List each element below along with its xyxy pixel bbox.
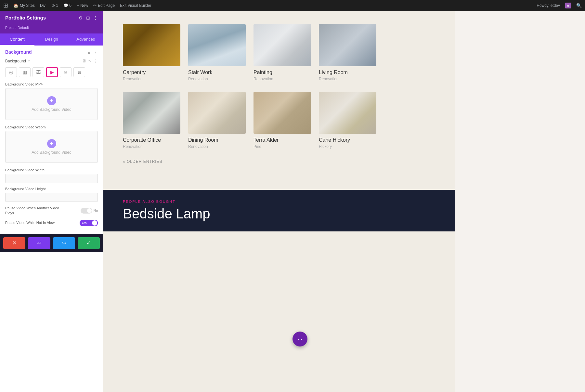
bg-type-image[interactable]: 🖼 xyxy=(32,67,44,77)
toggle-switch-off[interactable] xyxy=(81,208,92,214)
exit-visual-builder-link[interactable]: Exit Visual Builder xyxy=(120,3,151,8)
right-sidebar xyxy=(455,11,585,392)
divi-link[interactable]: Divi xyxy=(40,3,46,8)
comments-link[interactable]: 💬 0 xyxy=(63,3,72,8)
bottom-action-bar: ✕ ↩ ↪ ✓ xyxy=(0,234,103,252)
content-area: Carpentry Renovation Stair Work Renovati… xyxy=(103,11,455,392)
bg-type-buttons: ◎ ▦ 🖼 ▶ ✉ ⧄ xyxy=(5,67,98,77)
add-icon-webm: + xyxy=(47,139,56,148)
width-input[interactable] xyxy=(5,174,98,183)
grid-row-1: Carpentry Renovation Stair Work Renovati… xyxy=(123,24,376,81)
webm-upload-area[interactable]: + Add Background Video xyxy=(5,131,98,163)
tab-content[interactable]: Content xyxy=(0,33,34,46)
section-title: Background xyxy=(5,49,32,55)
thumb-living xyxy=(319,24,376,66)
more-bg-icon[interactable]: ⋮ xyxy=(94,59,98,63)
new-link[interactable]: + New xyxy=(77,3,88,8)
wp-logo-icon[interactable]: ⊞ xyxy=(3,2,8,9)
add-icon: + xyxy=(47,96,56,105)
item-title: Stair Work xyxy=(188,70,246,75)
item-title: Cane Hickory xyxy=(319,137,376,143)
main-layout: Portfolio Settings ⚙ ⊞ ⋮ Preset: Default… xyxy=(0,11,585,392)
item-subtitle: Renovation xyxy=(188,144,246,149)
pause-not-view-toggle-row: Pause Video While Not In View Yes xyxy=(5,220,98,226)
more-icon[interactable]: ⋮ xyxy=(93,15,98,20)
cancel-button[interactable]: ✕ xyxy=(3,237,25,249)
product-title: Bedside Lamp xyxy=(123,206,436,222)
panel-header: Portfolio Settings ⚙ ⊞ ⋮ xyxy=(0,11,103,24)
tab-design[interactable]: Design xyxy=(34,33,69,46)
thumb-dining xyxy=(188,92,246,134)
bg-label: Background ? xyxy=(5,59,30,63)
item-subtitle: Hickory xyxy=(319,144,376,149)
collapse-icon[interactable]: ▲ xyxy=(87,50,91,55)
bg-type-gradient[interactable]: ▦ xyxy=(19,67,31,77)
bg-type-pattern[interactable]: ⧄ xyxy=(73,67,85,77)
preset-label[interactable]: Preset: Default xyxy=(5,26,29,30)
cursor-icon[interactable]: ↖ xyxy=(88,59,92,63)
item-title: Living Room xyxy=(319,70,376,75)
mp4-upload-area[interactable]: + Add Background Video xyxy=(5,88,98,120)
section-more-icon[interactable]: ⋮ xyxy=(94,50,98,55)
toggle-yes-full[interactable]: Yes xyxy=(80,220,98,226)
pencil-icon: ✏ xyxy=(93,3,97,8)
circle-icon[interactable]: ⊙ 1 xyxy=(52,3,58,8)
home-icon: 🏠 xyxy=(13,3,19,8)
section-header: Background ▲ ⋮ xyxy=(5,49,98,55)
item-subtitle: Renovation xyxy=(188,77,246,81)
list-item[interactable]: Stair Work Renovation xyxy=(188,24,246,81)
my-sites-link[interactable]: 🏠 My Sites xyxy=(13,3,35,8)
list-item[interactable]: Cane Hickory Hickory xyxy=(319,92,376,149)
help-icon[interactable]: ? xyxy=(28,59,30,63)
item-subtitle: Renovation xyxy=(254,77,311,81)
redo-button[interactable]: ↪ xyxy=(53,237,75,249)
item-subtitle: Pine xyxy=(254,144,311,149)
webm-upload-text: Add Background Video xyxy=(32,150,72,155)
thumb-cane xyxy=(319,92,376,134)
list-item[interactable]: Corporate Office Renovation xyxy=(123,92,180,149)
list-item[interactable]: Painting Renovation xyxy=(254,24,311,81)
header-icons: ⚙ ⊞ ⋮ xyxy=(79,15,98,20)
portfolio-grid: Carpentry Renovation Stair Work Renovati… xyxy=(103,11,396,190)
desktop-icon[interactable]: 🖥 xyxy=(82,59,86,63)
toggle-knob xyxy=(92,220,97,226)
bg-type-video[interactable]: ▶ xyxy=(46,67,58,77)
wp-admin-bar: ⊞ 🏠 My Sites Divi ⊙ 1 💬 0 + New ✏ Edit P… xyxy=(0,0,585,11)
bg-type-mask[interactable]: ✉ xyxy=(60,67,72,77)
toggle-yes-text: Yes xyxy=(80,221,87,225)
toggle-no-label: No xyxy=(94,209,98,213)
people-also-bought-label: PEOPLE ALSO BOUGHT xyxy=(123,200,436,203)
thumb-corporate xyxy=(123,92,180,134)
floating-action-button[interactable]: ··· xyxy=(292,332,307,346)
item-subtitle: Renovation xyxy=(123,144,180,149)
item-subtitle: Renovation xyxy=(123,77,180,81)
list-item[interactable]: Dining Room Renovation xyxy=(188,92,246,149)
older-entries-link[interactable]: « OLDER ENTRIES xyxy=(123,159,376,164)
pause-label: Pause Video When Another Video Plays xyxy=(5,206,64,216)
footer-section: PEOPLE ALSO BOUGHT Bedside Lamp xyxy=(103,190,455,231)
pause-not-view-toggle[interactable]: Yes xyxy=(80,220,98,226)
settings-icon[interactable]: ⚙ xyxy=(79,15,83,20)
save-button[interactable]: ✓ xyxy=(78,237,100,249)
edit-page-link[interactable]: ✏ Edit Page xyxy=(93,3,115,8)
mp4-upload-text: Add Background Video xyxy=(32,107,72,112)
item-title: Carpentry xyxy=(123,70,180,75)
thumb-painting xyxy=(254,24,311,66)
search-icon[interactable]: 🔍 xyxy=(576,3,582,8)
list-item[interactable]: Carpentry Renovation xyxy=(123,24,180,81)
list-item[interactable]: Terra Alder Pine xyxy=(254,92,311,149)
bg-type-color[interactable]: ◎ xyxy=(5,67,17,77)
user-avatar[interactable]: e xyxy=(565,3,571,8)
columns-icon[interactable]: ⊞ xyxy=(86,15,90,20)
height-label: Background Video Height xyxy=(5,187,98,191)
list-item[interactable]: Living Room Renovation xyxy=(319,24,376,81)
thumb-carpentry xyxy=(123,24,180,66)
bg-device-icons: 🖥 ↖ ⋮ xyxy=(82,59,98,63)
tab-advanced[interactable]: Advanced xyxy=(69,33,103,46)
grid-row-2: Corporate Office Renovation Dining Room … xyxy=(123,92,376,149)
height-input[interactable] xyxy=(5,193,98,202)
item-title: Dining Room xyxy=(188,137,246,143)
item-title: Painting xyxy=(254,70,311,75)
undo-button[interactable]: ↩ xyxy=(28,237,50,249)
pause-toggle[interactable]: No xyxy=(81,208,98,214)
